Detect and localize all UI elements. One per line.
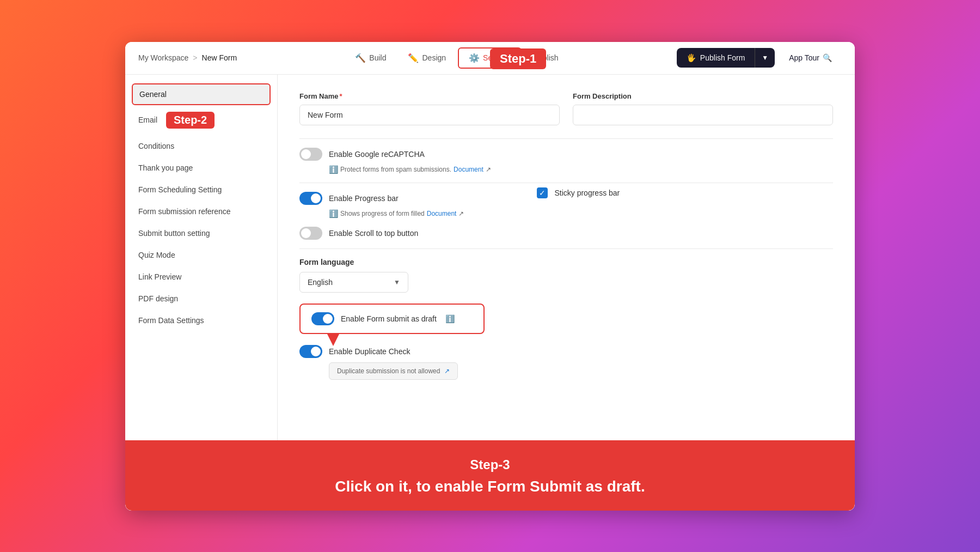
duplicate-ext-icon: ↗ <box>444 367 450 375</box>
progress-bar-row: Enable Progress bar <box>299 192 464 205</box>
sidebar-item-form-data[interactable]: Form Data Settings <box>125 310 277 331</box>
sidebar-item-conditions[interactable]: Conditions <box>125 135 277 157</box>
form-name-input[interactable] <box>299 105 560 125</box>
progress-bar-label: Enable Progress bar <box>329 194 399 203</box>
sidebar-item-submission-ref[interactable]: Form submission reference <box>125 201 277 222</box>
external-link-icon: ↗ <box>486 166 491 173</box>
form-description-group: Form Description <box>573 92 833 125</box>
progress-bar-toggle[interactable] <box>299 192 322 205</box>
scroll-top-label: Enable Scroll to top button <box>329 229 418 238</box>
divider-3 <box>299 248 833 249</box>
divider-2 <box>299 183 833 183</box>
tab-design-label: Design <box>422 53 446 62</box>
sidebar-item-submit-button[interactable]: Submit button setting <box>125 222 277 244</box>
recaptcha-info-text: Protect forms from spam submissions. <box>340 166 451 173</box>
sticky-checkbox[interactable]: ✓ <box>537 187 548 198</box>
publish-hand-icon: 🖐️ <box>687 53 696 62</box>
tab-design[interactable]: ✏️ Design <box>398 48 456 68</box>
form-name-group: Form Name* <box>299 92 560 125</box>
sticky-label: Sticky progress bar <box>554 189 620 197</box>
tab-build-label: Build <box>369 53 386 62</box>
design-icon: ✏️ <box>408 53 419 63</box>
workspace-label: My Workspace <box>138 53 188 62</box>
duplicate-check-toggle[interactable] <box>299 345 322 358</box>
tab-build[interactable]: 🔨 Build <box>345 48 396 68</box>
sidebar-form-data-label: Form Data Settings <box>138 316 204 325</box>
arrow-up-indicator <box>327 333 340 346</box>
sidebar-submit-button-label: Submit button setting <box>138 229 210 238</box>
sidebar-item-thankyou[interactable]: Thank you page <box>125 157 277 179</box>
build-icon: 🔨 <box>355 53 366 63</box>
scroll-top-row: Enable Scroll to top button <box>299 227 833 240</box>
publish-form-button[interactable]: 🖐️ Publish Form <box>677 48 755 68</box>
app-tour-label: App Tour <box>789 53 819 62</box>
form-name-breadcrumb: New Form <box>202 53 237 62</box>
sidebar-link-preview-label: Link Preview <box>138 272 181 281</box>
app-tour-button[interactable]: App Tour 🔍 <box>779 48 842 68</box>
sidebar-conditions-label: Conditions <box>138 142 174 150</box>
duplicate-check-label: Enable Duplicate Check <box>329 347 410 356</box>
recaptcha-toggle[interactable] <box>299 148 322 161</box>
top-nav: My Workspace > New Form 🔨 Build ✏️ Desig… <box>125 42 855 75</box>
sidebar-scheduling-label: Form Scheduling Setting <box>138 185 222 194</box>
scroll-top-toggle[interactable] <box>299 227 322 240</box>
draft-label: Enable Form submit as draft <box>341 314 437 323</box>
sidebar-item-quiz-mode[interactable]: Quiz Mode <box>125 244 277 266</box>
sidebar-item-pdf-design[interactable]: PDF design <box>125 288 277 310</box>
sidebar-pdf-design-label: PDF design <box>138 294 178 303</box>
sidebar-item-email[interactable]: Email Step-2 <box>125 105 277 135</box>
recaptcha-row: Enable Google reCAPTCHA <box>299 148 833 161</box>
progress-ext-icon: ↗ <box>458 210 464 217</box>
publish-form-label: Publish Form <box>700 53 745 62</box>
breadcrumb: My Workspace > New Form <box>138 53 237 62</box>
step3-banner: Step-3 Click on it, to enable Form Submi… <box>125 440 855 511</box>
chevron-down-icon: ▼ <box>394 278 400 286</box>
progress-bar-info: ℹ️ Shows progress of form filled Documen… <box>329 209 464 218</box>
publish-button-group: 🖐️ Publish Form ▼ <box>677 48 775 68</box>
sidebar-item-scheduling[interactable]: Form Scheduling Setting <box>125 179 277 201</box>
recaptcha-label: Enable Google reCAPTCHA <box>329 150 425 159</box>
draft-toggle[interactable] <box>311 312 334 325</box>
sidebar-item-general[interactable]: General <box>132 83 271 105</box>
step3-desc: Click on it, to enable Form Submit as dr… <box>136 476 844 497</box>
recaptcha-info: ℹ️ Protect forms from spam submissions. … <box>329 165 833 174</box>
sidebar-item-link-preview[interactable]: Link Preview <box>125 266 277 288</box>
sidebar-thankyou-label: Thank you page <box>138 163 193 172</box>
sidebar-email-label: Email <box>138 116 157 124</box>
draft-info-icon: ℹ️ <box>445 314 455 323</box>
recaptcha-info-icon: ℹ️ <box>329 165 338 174</box>
step3-title: Step-3 <box>136 456 844 474</box>
step1-badge: Step-1 <box>490 48 546 69</box>
form-name-label: Form Name* <box>299 92 560 100</box>
duplicate-note-text: Duplicate submission is not allowed <box>337 367 440 375</box>
draft-box: Enable Form submit as draft ℹ️ <box>299 304 485 334</box>
divider-1 <box>299 138 833 139</box>
settings-icon: ⚙️ <box>469 53 480 63</box>
language-select[interactable]: English ▼ <box>299 272 408 293</box>
recaptcha-doc-link[interactable]: Document <box>454 166 483 173</box>
nav-right: 🖐️ Publish Form ▼ App Tour 🔍 <box>677 48 842 68</box>
language-selected: English <box>308 278 333 287</box>
sticky-row: ✓ Sticky progress bar <box>537 187 620 198</box>
duplicate-note: Duplicate submission is not allowed ↗ <box>329 362 458 380</box>
form-description-label: Form Description <box>573 92 833 100</box>
sidebar-general-label: General <box>139 90 167 99</box>
form-language-label: Form language <box>299 258 833 266</box>
form-description-input[interactable] <box>573 105 833 125</box>
sidebar-quiz-mode-label: Quiz Mode <box>138 251 175 259</box>
publish-dropdown-arrow[interactable]: ▼ <box>755 48 775 67</box>
progress-info-text: Shows progress of form filled <box>340 210 425 217</box>
main-container: My Workspace > New Form 🔨 Build ✏️ Desig… <box>125 42 855 511</box>
step2-badge: Step-2 <box>166 112 215 129</box>
form-name-description-row: Form Name* Form Description <box>299 92 833 125</box>
duplicate-check-row: Enable Duplicate Check <box>299 345 833 358</box>
breadcrumb-separator: > <box>193 53 197 62</box>
progress-info-icon: ℹ️ <box>329 209 338 218</box>
sidebar-submission-ref-label: Form submission reference <box>138 207 231 216</box>
progress-doc-link[interactable]: Document <box>427 210 457 217</box>
app-tour-search-icon: 🔍 <box>823 53 832 62</box>
